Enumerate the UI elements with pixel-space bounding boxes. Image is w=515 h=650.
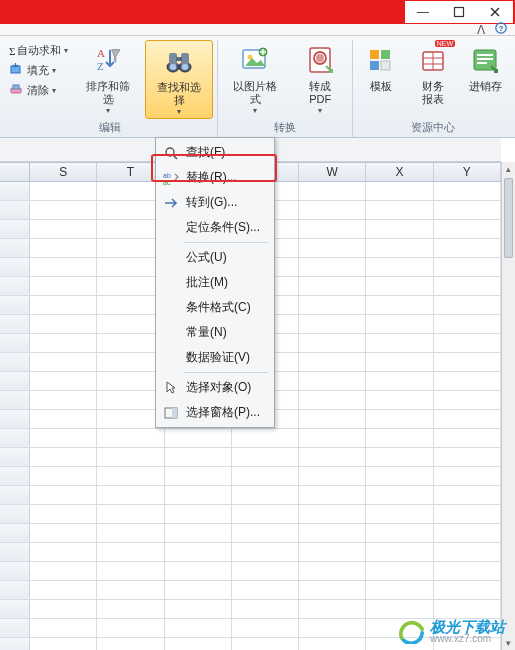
cell[interactable] — [299, 600, 366, 618]
cell[interactable] — [97, 448, 164, 466]
sort-filter-button[interactable]: A Z 排序和筛选 ▾ — [75, 40, 141, 117]
cell[interactable] — [97, 429, 164, 447]
row-header[interactable] — [0, 239, 30, 257]
cell[interactable] — [299, 296, 366, 314]
cell[interactable] — [299, 315, 366, 333]
cell[interactable] — [165, 638, 232, 650]
to-pdf-button[interactable]: 转成PDF ▾ — [293, 40, 348, 117]
inventory-button[interactable]: 进销存 — [461, 40, 509, 95]
cell[interactable] — [299, 638, 366, 650]
cell[interactable] — [97, 638, 164, 650]
cell[interactable] — [30, 543, 97, 561]
cell[interactable] — [232, 448, 299, 466]
row-header[interactable] — [0, 410, 30, 428]
cell[interactable] — [232, 543, 299, 561]
cell[interactable] — [30, 619, 97, 637]
cell[interactable] — [366, 562, 433, 580]
cell[interactable] — [299, 201, 366, 219]
cell[interactable] — [30, 258, 97, 276]
cell[interactable] — [366, 410, 433, 428]
menu-replace[interactable]: abac 替换(R)... — [158, 165, 272, 190]
fill-button[interactable]: 填充 ▾ — [6, 61, 71, 79]
cell[interactable] — [232, 581, 299, 599]
cell[interactable] — [366, 448, 433, 466]
maximize-button[interactable] — [441, 1, 477, 23]
cell[interactable] — [30, 315, 97, 333]
template-button[interactable]: 模板 — [357, 40, 405, 95]
cell[interactable] — [366, 315, 433, 333]
cell[interactable] — [232, 524, 299, 542]
cell[interactable] — [299, 258, 366, 276]
menu-comments[interactable]: 批注(M) — [158, 270, 272, 295]
cell[interactable] — [366, 391, 433, 409]
cell[interactable] — [366, 581, 433, 599]
cell[interactable] — [299, 429, 366, 447]
minimize-button[interactable]: — — [405, 1, 441, 23]
cell[interactable] — [97, 486, 164, 504]
cell[interactable] — [165, 486, 232, 504]
cell[interactable] — [232, 505, 299, 523]
menu-constants[interactable]: 常量(N) — [158, 320, 272, 345]
cell[interactable] — [299, 562, 366, 580]
cell[interactable] — [30, 486, 97, 504]
find-select-button[interactable]: 查找和选择 ▾ — [145, 40, 213, 119]
cell[interactable] — [30, 182, 97, 200]
cell[interactable] — [97, 562, 164, 580]
cell[interactable] — [366, 543, 433, 561]
cell[interactable] — [165, 524, 232, 542]
cell[interactable] — [299, 334, 366, 352]
cell[interactable] — [30, 201, 97, 219]
cell[interactable] — [366, 201, 433, 219]
cell[interactable] — [299, 239, 366, 257]
menu-selection-pane[interactable]: 选择窗格(P)... — [158, 400, 272, 425]
cell[interactable] — [366, 505, 433, 523]
cell[interactable] — [299, 220, 366, 238]
cell[interactable] — [366, 600, 433, 618]
cell[interactable] — [30, 239, 97, 257]
cell[interactable] — [97, 543, 164, 561]
cell[interactable] — [299, 353, 366, 371]
row-header[interactable] — [0, 524, 30, 542]
row-header[interactable] — [0, 334, 30, 352]
cell[interactable] — [366, 277, 433, 295]
cell[interactable] — [366, 353, 433, 371]
cell[interactable] — [299, 182, 366, 200]
menu-goto[interactable]: 转到(G)... — [158, 190, 272, 215]
cell[interactable] — [434, 524, 501, 542]
cell[interactable] — [30, 410, 97, 428]
cell[interactable] — [299, 505, 366, 523]
cell[interactable] — [434, 315, 501, 333]
cell[interactable] — [366, 239, 433, 257]
cell[interactable] — [97, 467, 164, 485]
row-header[interactable] — [0, 448, 30, 466]
row-header[interactable] — [0, 201, 30, 219]
menu-select-objects[interactable]: 选择对象(O) — [158, 375, 272, 400]
row-header[interactable] — [0, 619, 30, 637]
cell[interactable] — [30, 220, 97, 238]
help-button[interactable]: ? — [495, 22, 507, 37]
cell[interactable] — [299, 581, 366, 599]
column-header[interactable]: S — [30, 163, 97, 181]
cell[interactable] — [434, 296, 501, 314]
cell[interactable] — [366, 429, 433, 447]
cell[interactable] — [165, 600, 232, 618]
cell[interactable] — [434, 543, 501, 561]
cell[interactable] — [434, 581, 501, 599]
cell[interactable] — [30, 391, 97, 409]
cell[interactable] — [366, 486, 433, 504]
cell[interactable] — [299, 467, 366, 485]
picture-format-button[interactable]: 以图片格式 ▾ — [222, 40, 288, 117]
row-header[interactable] — [0, 543, 30, 561]
cell[interactable] — [165, 562, 232, 580]
cell[interactable] — [299, 372, 366, 390]
row-header[interactable] — [0, 277, 30, 295]
row-header[interactable] — [0, 258, 30, 276]
close-button[interactable] — [477, 1, 513, 23]
cell[interactable] — [165, 467, 232, 485]
cell[interactable] — [30, 296, 97, 314]
row-header[interactable] — [0, 467, 30, 485]
cell[interactable] — [434, 429, 501, 447]
cell[interactable] — [299, 543, 366, 561]
cell[interactable] — [366, 220, 433, 238]
column-header[interactable]: Y — [434, 163, 501, 181]
